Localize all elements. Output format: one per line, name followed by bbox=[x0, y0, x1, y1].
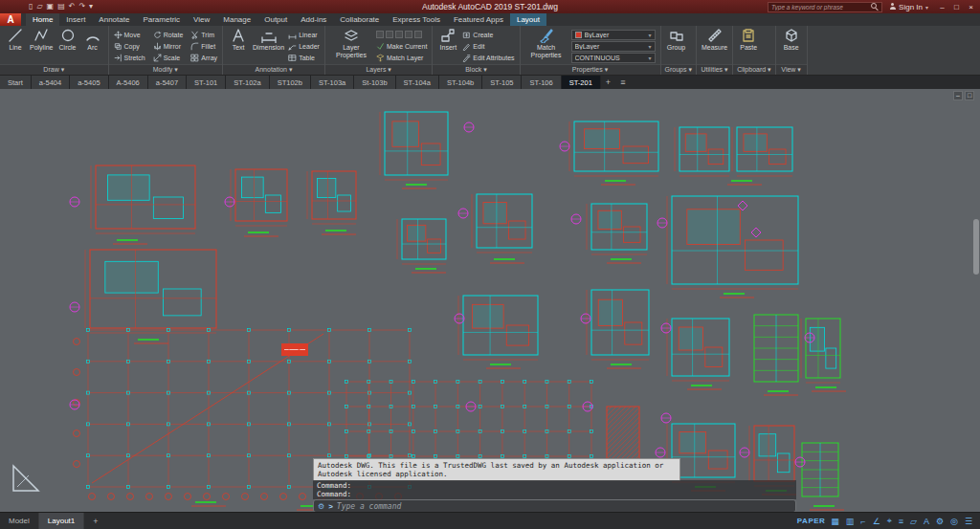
ribbon-tab-collaborate[interactable]: Collaborate bbox=[333, 13, 386, 26]
undo-button[interactable]: ↶ bbox=[69, 0, 76, 13]
lineweight-icon[interactable]: ≡ bbox=[899, 517, 903, 526]
file-tab-a-5406[interactable]: A-5406 bbox=[109, 76, 148, 89]
panel-label-groups[interactable]: Groups ▾ bbox=[661, 64, 696, 75]
edit-attributes-button[interactable]: Edit Attributes bbox=[462, 54, 514, 62]
move-button[interactable]: Move bbox=[114, 31, 145, 39]
ribbon-tab-home[interactable]: Home bbox=[26, 13, 59, 26]
layer-state-icon[interactable] bbox=[395, 31, 403, 38]
ribbon-tab-insert[interactable]: Insert bbox=[59, 13, 92, 26]
file-tab-a-5405[interactable]: a-5405 bbox=[70, 76, 108, 89]
paper-space-toggle[interactable]: PAPER bbox=[791, 517, 831, 525]
qat-dropdown[interactable]: ▾ bbox=[89, 0, 93, 13]
ribbon-tab-parametric[interactable]: Parametric bbox=[136, 13, 187, 26]
layer-state-icon[interactable] bbox=[405, 31, 412, 38]
file-tab-st-106[interactable]: ST-106 bbox=[522, 76, 561, 89]
file-tab-st-103b[interactable]: St-103b bbox=[354, 76, 395, 89]
polyline-button[interactable]: Polyline bbox=[30, 28, 54, 52]
isolate-objects-icon[interactable]: ◎ bbox=[950, 517, 958, 526]
close-button[interactable]: × bbox=[964, 0, 978, 13]
viewport-minimize-button[interactable]: – bbox=[953, 91, 963, 100]
mirror-button[interactable]: Mirror bbox=[153, 42, 184, 51]
new-drawing-button[interactable]: + bbox=[601, 76, 615, 89]
table-button[interactable]: Table bbox=[288, 54, 320, 62]
transparency-icon[interactable]: ▱ bbox=[910, 517, 917, 526]
layer-properties-button[interactable]: Layer Properties bbox=[330, 28, 372, 58]
command-customize-icon[interactable]: ⚙ bbox=[318, 502, 324, 511]
plot-button[interactable]: ▤ bbox=[57, 0, 65, 13]
file-tab-st-101[interactable]: ST-101 bbox=[187, 76, 226, 89]
file-tab-st-103a[interactable]: ST-103a bbox=[311, 76, 354, 89]
rotate-button[interactable]: Rotate bbox=[153, 31, 184, 39]
workspace-gear-icon[interactable]: ⚙ bbox=[936, 517, 944, 526]
snap-icon[interactable]: ▥ bbox=[846, 517, 855, 526]
customize-icon[interactable]: ☰ bbox=[965, 517, 972, 526]
panel-label-clipboard[interactable]: Clipboard ▾ bbox=[733, 64, 774, 75]
save-button[interactable]: ▣ bbox=[47, 0, 55, 13]
properties-dropdown-1[interactable]: ByLayer▾ bbox=[571, 41, 656, 52]
annotation-visibility-icon[interactable]: A bbox=[924, 517, 929, 526]
group-button[interactable]: Group bbox=[666, 28, 687, 52]
command-line[interactable]: ⚙ > bbox=[313, 499, 796, 512]
dimension-button[interactable]: Dimension bbox=[253, 28, 284, 52]
minimize-button[interactable]: – bbox=[935, 0, 949, 13]
panel-label-annotation[interactable]: Annotation ▾ bbox=[223, 64, 324, 75]
scale-button[interactable]: Scale bbox=[153, 54, 184, 62]
search-icon[interactable] bbox=[871, 3, 879, 11]
model-tab[interactable]: Model bbox=[0, 513, 39, 529]
vertical-scrollbar[interactable] bbox=[973, 219, 979, 275]
grid-icon[interactable]: ▦ bbox=[831, 517, 839, 526]
drawing-canvas[interactable]: – □ Autodesk DWG. This file is a Trusted… bbox=[0, 89, 980, 512]
redo-button[interactable]: ↷ bbox=[78, 0, 85, 13]
panel-label-block[interactable]: Block ▾ bbox=[433, 64, 519, 75]
osnap-icon[interactable]: ⌖ bbox=[887, 516, 892, 526]
application-button[interactable]: A bbox=[0, 13, 21, 26]
drawing-viewport[interactable] bbox=[0, 89, 980, 512]
properties-dropdown-2[interactable]: CONTINUOUS▾ bbox=[571, 53, 656, 63]
ribbon-tab-featured-apps[interactable]: Featured Apps bbox=[447, 13, 510, 26]
command-input[interactable] bbox=[337, 502, 791, 511]
file-tab-a-5407[interactable]: a-5407 bbox=[148, 76, 187, 89]
file-tab-st-201[interactable]: ST-201 bbox=[562, 76, 601, 89]
ribbon-tab-annotate[interactable]: Annotate bbox=[92, 13, 136, 26]
stretch-button[interactable]: Stretch bbox=[114, 54, 145, 62]
layer-state-icon[interactable] bbox=[376, 31, 384, 38]
base-button[interactable]: Base bbox=[781, 28, 802, 52]
leader-button[interactable]: Leader bbox=[288, 42, 320, 51]
ortho-icon[interactable]: ⌐ bbox=[860, 517, 865, 526]
array-button[interactable]: Array bbox=[190, 54, 217, 62]
file-tab-menu-button[interactable]: ≡ bbox=[615, 76, 630, 89]
panel-label-modify[interactable]: Modify ▾ bbox=[109, 64, 223, 75]
file-tab-st102b[interactable]: ST102b bbox=[270, 76, 311, 89]
ribbon-tab-manage[interactable]: Manage bbox=[216, 13, 257, 26]
ribbon-tab-view[interactable]: View bbox=[187, 13, 216, 26]
properties-dropdown-0[interactable]: ByLayer▾ bbox=[571, 30, 656, 40]
arc-button[interactable]: Arc bbox=[82, 28, 103, 52]
measure-button[interactable]: Measure bbox=[702, 28, 727, 52]
file-tab-st-105[interactable]: ST-105 bbox=[482, 76, 522, 89]
file-tab-st-102a[interactable]: ST-102a bbox=[226, 76, 269, 89]
open-button[interactable]: ▱ bbox=[36, 0, 42, 13]
paste-button[interactable]: Paste bbox=[738, 28, 759, 52]
line-button[interactable]: Line bbox=[5, 28, 26, 52]
panel-label-utilities[interactable]: Utilities ▾ bbox=[697, 64, 732, 75]
panel-label-view[interactable]: View ▾ bbox=[776, 64, 807, 75]
polar-tracking-icon[interactable]: ∠ bbox=[873, 517, 880, 526]
edit-button[interactable]: Edit bbox=[462, 42, 514, 51]
match-layer-button[interactable]: Match Layer bbox=[376, 54, 427, 62]
linear-button[interactable]: Linear bbox=[288, 31, 320, 39]
ribbon-tab-add-ins[interactable]: Add-ins bbox=[294, 13, 333, 26]
text-button[interactable]: Text bbox=[228, 28, 249, 52]
file-tab-start[interactable]: Start bbox=[0, 76, 32, 89]
new-button[interactable]: ▯ bbox=[29, 0, 33, 13]
search-input[interactable] bbox=[771, 4, 869, 11]
insert-button[interactable]: Insert bbox=[437, 28, 458, 52]
ribbon-tab-output[interactable]: Output bbox=[257, 13, 294, 26]
layout1-tab[interactable]: Layout1 bbox=[39, 513, 84, 529]
ribbon-tab-express-tools[interactable]: Express Tools bbox=[386, 13, 447, 26]
panel-label-layers[interactable]: Layers ▾ bbox=[325, 64, 432, 75]
maximize-button[interactable]: □ bbox=[949, 0, 964, 13]
circle-button[interactable]: Circle bbox=[57, 28, 78, 52]
layer-state-icon[interactable] bbox=[386, 31, 393, 38]
create-button[interactable]: Create bbox=[462, 31, 514, 39]
new-layout-button[interactable]: + bbox=[84, 513, 106, 529]
